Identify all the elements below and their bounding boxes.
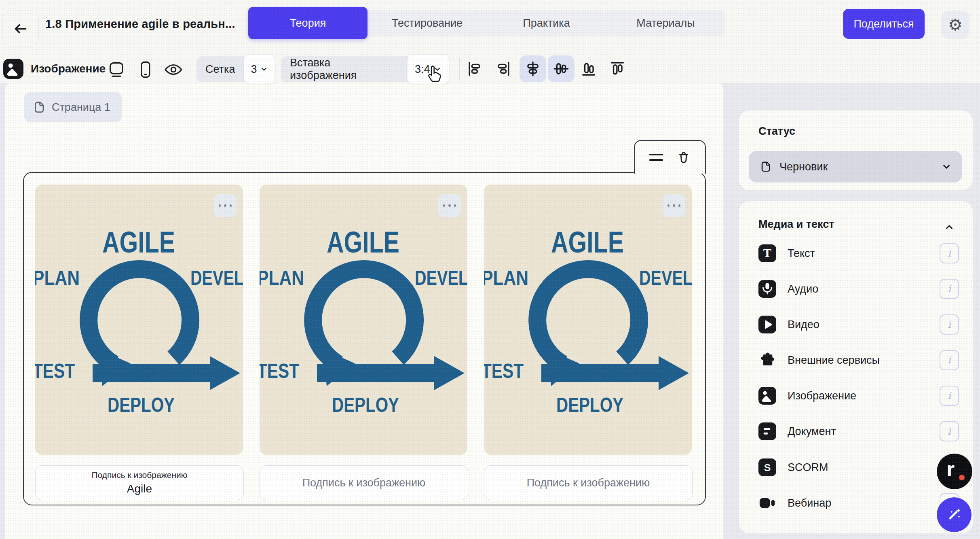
image-block-card[interactable]: AGILE PLAN DEVEL TEST DEPLOY xyxy=(35,185,243,455)
media-item-audio[interactable]: Аудио i xyxy=(739,277,973,301)
play-icon xyxy=(758,316,776,333)
block-type-label: Изображение xyxy=(31,53,106,85)
image-block-card[interactable]: AGILE PLAN DEVEL TEST DEPLOY xyxy=(484,185,692,455)
info-button[interactable]: i xyxy=(940,421,959,441)
document-icon xyxy=(758,422,776,440)
lesson-title: 1.8 Применение agile в реальн... xyxy=(45,0,235,48)
svg-text:S: S xyxy=(764,462,771,473)
chevron-up-icon[interactable] xyxy=(940,219,958,235)
assistant-logo-button[interactable]: r xyxy=(937,454,972,489)
page-icon xyxy=(32,101,45,114)
agile-diagram-image: AGILE PLAN DEVEL TEST DEPLOY xyxy=(484,185,692,455)
drag-handle-icon[interactable] xyxy=(649,154,663,161)
status-value: Черновик xyxy=(779,161,828,173)
lesson-tabs: Теория Тестирование Практика Материалы xyxy=(248,10,725,36)
status-title: Статус xyxy=(758,125,795,138)
info-button[interactable]: i xyxy=(940,386,959,406)
info-button[interactable]: i xyxy=(940,243,959,263)
tab-theory[interactable]: Теория xyxy=(248,7,368,39)
svg-text:AGILE: AGILE xyxy=(551,225,624,259)
svg-text:AGILE: AGILE xyxy=(327,225,399,259)
page-chip[interactable]: Страница 1 xyxy=(24,92,122,122)
svg-text:PLAN: PLAN xyxy=(260,267,304,289)
grid-select[interactable]: 3 xyxy=(244,54,275,84)
status-dropdown[interactable]: Черновик xyxy=(749,151,962,182)
course-editor-page: 1.8 Применение agile в реальн... Теория … xyxy=(0,0,980,539)
svg-text:TEST: TEST xyxy=(260,360,299,382)
image-block-container[interactable]: AGILE PLAN DEVEL TEST DEPLOY Подпись к и… xyxy=(23,172,706,505)
svg-text:DEVEL: DEVEL xyxy=(415,267,467,289)
image-menu-button[interactable] xyxy=(214,194,237,217)
trash-button[interactable] xyxy=(677,151,691,164)
svg-text:DEVEL: DEVEL xyxy=(639,267,692,289)
caption-input[interactable]: Подпись к изображению Agile xyxy=(35,465,244,500)
logo-r-glyph: r xyxy=(946,457,955,481)
image-menu-button[interactable] xyxy=(438,194,461,217)
tab-materials[interactable]: Материалы xyxy=(606,10,725,36)
align-center-horizontal-button[interactable] xyxy=(520,55,546,82)
media-item-text[interactable]: T Текст i xyxy=(739,241,973,265)
media-item-video[interactable]: Видео i xyxy=(739,312,973,337)
insert-image-control: Вставка изображения 3:4 xyxy=(281,56,449,82)
media-item-document[interactable]: Документ i xyxy=(739,419,973,444)
ai-magic-wand-button[interactable] xyxy=(937,497,972,532)
back-button[interactable] xyxy=(2,11,39,47)
tab-testing[interactable]: Тестирование xyxy=(368,10,487,36)
info-button[interactable]: i xyxy=(940,350,959,370)
image-menu-button[interactable] xyxy=(663,194,685,217)
image-icon xyxy=(758,387,776,405)
back-arrow-icon xyxy=(13,21,29,37)
svg-text:DEPLOY: DEPLOY xyxy=(556,394,623,416)
status-panel: Статус Черновик xyxy=(739,110,973,190)
svg-text:T: T xyxy=(763,247,771,259)
logo-red-dot xyxy=(959,475,965,480)
caption-input[interactable]: Подпись к изображению xyxy=(484,465,693,500)
caption-placeholder: Подпись к изображению xyxy=(527,477,650,489)
microphone-icon xyxy=(758,280,776,298)
image-block-card[interactable]: AGILE PLAN DEVEL TEST DEPLOY xyxy=(260,185,467,455)
tab-practice[interactable]: Практика xyxy=(487,10,606,36)
caption-input[interactable]: Подпись к изображению xyxy=(260,465,468,500)
camera-icon xyxy=(758,494,776,512)
scorm-icon: S xyxy=(758,458,776,476)
diagram-test-label: TEST xyxy=(35,360,75,382)
preview-eye-icon[interactable] xyxy=(163,60,184,79)
chevron-down-icon xyxy=(260,65,268,73)
caption-value: Agile xyxy=(127,482,152,496)
aspect-ratio-select[interactable]: 3:4 xyxy=(407,54,450,84)
svg-text:DEPLOY: DEPLOY xyxy=(332,394,399,416)
share-button[interactable]: Поделиться xyxy=(843,9,925,39)
caption-placeholder: Подпись к изображению xyxy=(302,477,426,489)
diagram-plan-label: PLAN xyxy=(35,267,80,289)
draft-doc-icon xyxy=(759,161,771,173)
media-item-image[interactable]: Изображение i xyxy=(739,384,973,408)
media-item-external-services[interactable]: Внешние сервисы i xyxy=(739,348,973,372)
insert-image-label: Вставка изображения xyxy=(281,57,407,82)
info-button[interactable]: i xyxy=(940,314,959,335)
diagram-develop-label: DEVEL xyxy=(190,267,243,289)
align-left-button[interactable] xyxy=(462,55,488,82)
image-block-icon xyxy=(3,59,23,79)
chevron-down-icon xyxy=(941,161,952,172)
grid-label: Сетка xyxy=(196,63,244,76)
agile-diagram-image: AGILE PLAN DEVEL TEST DEPLOY xyxy=(35,185,243,455)
align-right-button[interactable] xyxy=(490,55,516,82)
chevron-down-icon xyxy=(433,65,441,73)
text-icon: T xyxy=(758,244,776,262)
desktop-preview-icon[interactable] xyxy=(107,60,126,79)
align-top-button[interactable] xyxy=(604,55,631,82)
magic-wand-icon xyxy=(945,505,963,524)
align-bottom-button[interactable] xyxy=(575,55,602,82)
info-button[interactable]: i xyxy=(940,279,959,299)
diagram-title: AGILE xyxy=(102,225,175,259)
align-center-vertical-button[interactable] xyxy=(548,55,574,82)
gear-icon: ⚙ xyxy=(948,17,963,33)
page-chip-label: Страница 1 xyxy=(52,101,110,114)
svg-text:TEST: TEST xyxy=(484,360,524,382)
settings-button[interactable]: ⚙ xyxy=(941,11,969,39)
diagram-deploy-label: DEPLOY xyxy=(108,394,175,416)
svg-text:PLAN: PLAN xyxy=(484,267,528,289)
caption-label: Подпись к изображению xyxy=(92,470,188,480)
mobile-preview-icon[interactable] xyxy=(136,60,155,79)
media-panel: Медиа и текст T Текст i Аудио i Видео i xyxy=(739,201,973,533)
